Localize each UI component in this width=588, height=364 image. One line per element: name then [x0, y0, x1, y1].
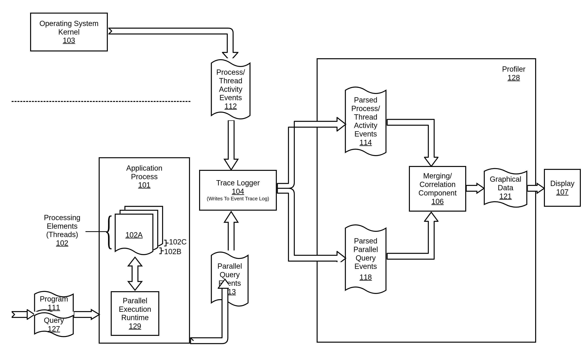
- arrow-program-to-app: [74, 309, 100, 320]
- display-box: Display 107: [544, 169, 581, 207]
- parsed-parallel-doc: ParsedParallelQueryEvents 118: [345, 223, 387, 295]
- parsed-process-doc: ParsedProcess/ThreadActivityEvents 114: [345, 85, 387, 157]
- display-ref: 107: [556, 188, 568, 196]
- arrow-merging-to-graphical: [466, 182, 485, 194]
- parsed-process-label: ParsedProcess/ThreadActivityEvents: [351, 96, 380, 138]
- parallel-runtime-box: ParallelExecutionRuntime 129: [111, 291, 159, 336]
- thread-doc-a: 102A: [115, 214, 153, 256]
- diagram-canvas: Operating SystemKernel 103 Process/Threa…: [0, 0, 588, 364]
- arrow-threads-runtime: [127, 256, 143, 291]
- process-events-doc: Process/ThreadActivityEvents 112: [211, 58, 251, 120]
- thread-b-ref: 102B: [164, 247, 181, 256]
- program-label: Program: [40, 295, 68, 303]
- trace-logger-box: Trace Logger 104 (Writes To Event Trace …: [199, 170, 277, 211]
- arrow-114-to-merging: [387, 116, 441, 168]
- parallel-runtime-ref: 129: [129, 322, 141, 330]
- bracket-102c: [163, 239, 169, 247]
- graphical-data-doc: GraphicalData 121: [484, 167, 527, 209]
- arrow-logger-to-parsed-process: [277, 116, 347, 188]
- os-kernel-ref: 103: [63, 36, 75, 45]
- app-process-ref: 101: [138, 181, 150, 189]
- parallel-runtime-label: ParallelExecutionRuntime: [119, 297, 151, 322]
- process-events-ref: 112: [225, 102, 237, 110]
- thread-c-ref: 102C: [169, 238, 187, 246]
- query-label: Query: [44, 316, 64, 325]
- trace-logger-label: Trace Logger: [216, 179, 260, 187]
- process-events-label: Process/ThreadActivityEvents: [216, 68, 245, 102]
- parsed-parallel-ref: 118: [360, 273, 372, 281]
- processing-elements-ref: 102: [38, 239, 86, 247]
- merging-box: Merging/CorrelationComponent 106: [409, 166, 466, 212]
- merging-ref: 106: [431, 197, 444, 206]
- arrow-app-to-parallelevents: [190, 278, 229, 347]
- trace-logger-sub: (Writes To Event Trace Log): [207, 196, 269, 202]
- graphical-label: GraphicalData: [490, 175, 521, 192]
- arrow-parallel-to-logger: [223, 211, 239, 253]
- dashed-separator: [12, 101, 190, 102]
- arrow-entry: [12, 309, 35, 320]
- arrow-events-to-logger: [223, 120, 239, 171]
- graphical-ref: 121: [499, 192, 512, 201]
- query-doc: Query 127: [34, 312, 74, 338]
- parsed-process-ref: 114: [360, 138, 372, 147]
- parsed-parallel-label: ParsedParallelQueryEvents: [353, 237, 378, 271]
- query-ref: 127: [48, 325, 60, 333]
- app-process-label: ApplicationProcess: [126, 164, 162, 181]
- brace-connector: [86, 231, 107, 232]
- display-label: Display: [550, 179, 575, 188]
- processing-elements-label: ProcessingElements(Threads): [38, 214, 86, 239]
- bracket-102b: [158, 247, 164, 255]
- profiler-label: Profiler: [502, 65, 525, 74]
- os-kernel-box: Operating SystemKernel 103: [30, 13, 108, 52]
- trace-logger-ref: 104: [232, 187, 244, 196]
- thread-a-ref: 102A: [126, 231, 143, 239]
- brace-icon: {: [105, 207, 113, 254]
- profiler-ref: 128: [502, 74, 525, 82]
- arrow-kernel-to-events: [108, 27, 244, 62]
- merging-label: Merging/CorrelationComponent: [418, 172, 456, 197]
- program-ref: 111: [48, 303, 60, 312]
- processing-elements-label-group: ProcessingElements(Threads) 102: [38, 214, 86, 247]
- os-kernel-label: Operating SystemKernel: [40, 20, 99, 36]
- arrow-118-to-merging: [387, 211, 441, 263]
- arrow-logger-to-parsed-parallel: [277, 188, 347, 262]
- arrow-graphical-to-display: [527, 182, 545, 194]
